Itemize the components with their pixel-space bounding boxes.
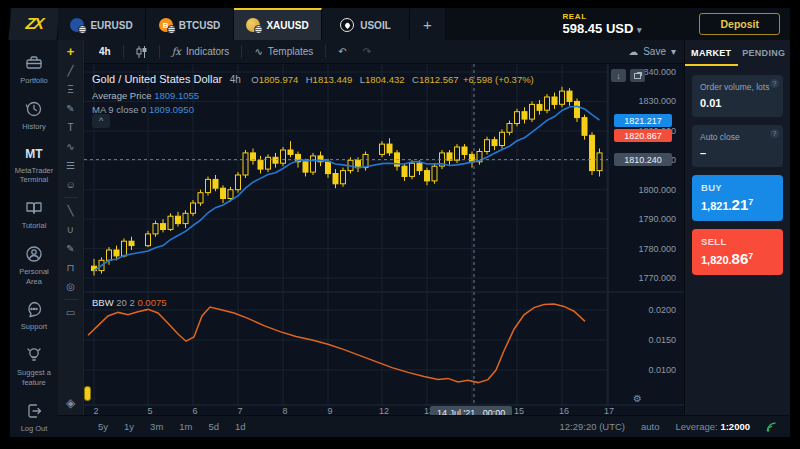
restore-icon bbox=[634, 73, 641, 79]
emoji-tool[interactable]: ☺ bbox=[63, 178, 79, 191]
order-panel: MARKET PENDING ? Order volume, lots 0.01… bbox=[684, 40, 790, 415]
chart[interactable]: 1840.0001830.0001820.0001810.0001800.000… bbox=[84, 64, 684, 415]
svg-text:0.0150: 0.0150 bbox=[648, 335, 676, 345]
close-value: 1812.567 bbox=[419, 74, 459, 85]
redo-button[interactable]: ↷ bbox=[356, 44, 378, 59]
download-chart-button[interactable]: ↓ bbox=[611, 69, 626, 82]
order-volume-label: Order volume, lots bbox=[700, 82, 775, 92]
undo-button[interactable]: ↶ bbox=[331, 44, 353, 59]
help-icon[interactable]: ? bbox=[770, 79, 779, 88]
sidebar-item-log-out[interactable]: Log Out bbox=[10, 396, 58, 439]
gold-coin-icon bbox=[246, 18, 260, 32]
symbol-tab-btcusd[interactable]: BTCUSD bbox=[146, 8, 234, 40]
sidebar-item-suggest-a-feature[interactable]: Suggest a feature bbox=[10, 340, 58, 393]
svg-text:8: 8 bbox=[282, 406, 287, 415]
add-symbol-tab-button[interactable]: + bbox=[410, 8, 446, 40]
undo-icon: ↶ bbox=[338, 46, 346, 57]
svg-text:0.0100: 0.0100 bbox=[648, 365, 676, 375]
svg-text:1790.000: 1790.000 bbox=[638, 214, 676, 224]
sidebar-item-label: MetaTrader Terminal bbox=[11, 166, 57, 186]
symbol-tab-eurusd[interactable]: EURUSD bbox=[58, 8, 146, 40]
drawing-lock-tool[interactable]: ✎ bbox=[63, 242, 79, 255]
sidebar-item-metatrader-terminal[interactable]: MTMetaTrader Terminal bbox=[10, 140, 58, 191]
sidebar-item-tutorial[interactable]: Tutorial bbox=[10, 193, 58, 236]
toolbar-divider bbox=[64, 299, 78, 300]
indicator-value: 0.0075 bbox=[137, 297, 166, 308]
gear-icon[interactable]: ⚙ bbox=[633, 393, 642, 404]
text-tool[interactable]: T bbox=[63, 121, 79, 134]
sidebar-item-label: Tutorial bbox=[22, 221, 47, 231]
buy-button[interactable]: BUY 1,821.217 bbox=[692, 175, 783, 221]
lock-tool[interactable]: ⊓ bbox=[63, 261, 79, 274]
range-1m[interactable]: 1m bbox=[179, 421, 192, 432]
fib-tool[interactable]: Ξ bbox=[63, 83, 79, 96]
auto-close-field[interactable]: ? Auto close – bbox=[692, 125, 783, 167]
us-flag-icon bbox=[254, 25, 263, 34]
lines-tool[interactable]: ☰ bbox=[63, 159, 79, 172]
deposit-button[interactable]: Deposit bbox=[699, 13, 780, 35]
ask-price-badge: 1821.217 bbox=[614, 114, 672, 127]
tab-market[interactable]: MARKET bbox=[685, 40, 738, 66]
range-5d[interactable]: 5d bbox=[209, 421, 220, 432]
auto-close-value[interactable]: – bbox=[700, 147, 775, 159]
sidebar-item-personal-area[interactable]: Personal Area bbox=[10, 239, 58, 292]
remove-tool[interactable]: ▭ bbox=[63, 306, 79, 319]
leverage: Leverage: 1:2000 bbox=[676, 421, 751, 432]
brush-tool[interactable]: ✎ bbox=[63, 102, 79, 115]
clock: 12:29:20 (UTC) bbox=[560, 421, 625, 432]
svg-text:16: 16 bbox=[559, 406, 569, 415]
crosshair-tool[interactable]: + bbox=[63, 45, 79, 58]
symbol-tab-label: BTCUSD bbox=[179, 20, 221, 31]
pattern-tool[interactable]: ∿ bbox=[63, 140, 79, 153]
indicator-params: 20 2 bbox=[116, 297, 135, 308]
help-icon[interactable]: ? bbox=[770, 129, 779, 138]
chart-type-button[interactable] bbox=[129, 44, 154, 60]
account-type-badge: REAL bbox=[562, 12, 641, 21]
sidebar: PortfolioHistoryMTMetaTrader TerminalTut… bbox=[10, 40, 58, 437]
account-selector[interactable]: REAL 598.45 USD ▾ bbox=[562, 12, 641, 36]
sidebar-item-label: History bbox=[22, 122, 45, 132]
restore-scale-button[interactable] bbox=[630, 69, 645, 82]
exit-icon bbox=[24, 401, 44, 421]
sell-button[interactable]: SELL 1,820.867 bbox=[692, 229, 783, 275]
trendline-tool[interactable]: ╱ bbox=[63, 64, 79, 77]
indicators-button[interactable]: ƒx Indicators bbox=[165, 44, 237, 59]
sidebar-item-support[interactable]: Support bbox=[10, 294, 58, 337]
redo-icon: ↷ bbox=[363, 46, 371, 57]
indicator-name: BBW bbox=[92, 297, 114, 308]
magnet-tool[interactable]: ∪ bbox=[63, 223, 79, 236]
mt-text-icon: MT bbox=[25, 145, 42, 163]
us-flag-icon bbox=[167, 25, 176, 34]
ruler-tool[interactable]: ╲ bbox=[63, 204, 79, 217]
save-button[interactable]: ☁ Save ▾ bbox=[628, 46, 676, 57]
toolbar-divider bbox=[325, 45, 326, 58]
templates-button[interactable]: ∿ Templates bbox=[247, 44, 320, 59]
range-5y[interactable]: 5y bbox=[98, 421, 108, 432]
sidebar-item-label: Personal Area bbox=[11, 267, 57, 287]
topbar: ZX EURUSDBTCUSDXAUUSDUSOIL + REAL 598.45… bbox=[10, 8, 790, 40]
symbol-tab-xauusd[interactable]: XAUUSD bbox=[234, 8, 322, 40]
overlay-name: Average Price bbox=[92, 90, 152, 101]
tab-pending[interactable]: PENDING bbox=[738, 40, 791, 66]
app-logo[interactable]: ZX bbox=[8, 8, 59, 40]
order-volume-value[interactable]: 0.01 bbox=[700, 97, 775, 109]
trading-terminal-app: ZX EURUSDBTCUSDXAUUSDUSOIL + REAL 598.45… bbox=[10, 8, 790, 437]
candlestick-chart[interactable]: 1840.0001830.0001820.0001810.0001800.000… bbox=[84, 64, 684, 415]
range-1y[interactable]: 1y bbox=[124, 421, 134, 432]
range-1d[interactable]: 1d bbox=[235, 421, 246, 432]
svg-text:17: 17 bbox=[604, 406, 614, 415]
collapse-legend-button[interactable]: ^ bbox=[92, 114, 110, 128]
range-3m[interactable]: 3m bbox=[150, 421, 163, 432]
order-volume-field[interactable]: ? Order volume, lots 0.01 bbox=[692, 75, 783, 117]
sidebar-item-history[interactable]: History bbox=[10, 94, 58, 137]
hide-tool[interactable]: ◎ bbox=[63, 280, 79, 293]
svg-text:5: 5 bbox=[147, 406, 152, 415]
symbol-tab-usoil[interactable]: USOIL bbox=[322, 8, 410, 40]
symbol-tabs: EURUSDBTCUSDXAUUSDUSOIL bbox=[58, 8, 410, 40]
timezone-auto[interactable]: auto bbox=[641, 421, 660, 432]
drawing-toolbar: +╱Ξ✎T∿☰☺╲∪✎⊓◎▭◈ bbox=[58, 40, 84, 415]
timeframe-button[interactable]: 4h bbox=[92, 44, 118, 59]
cloud-icon: ☁ bbox=[628, 46, 638, 57]
sidebar-item-portfolio[interactable]: Portfolio bbox=[10, 48, 58, 91]
object-tree-tool[interactable]: ◈ bbox=[63, 396, 79, 409]
